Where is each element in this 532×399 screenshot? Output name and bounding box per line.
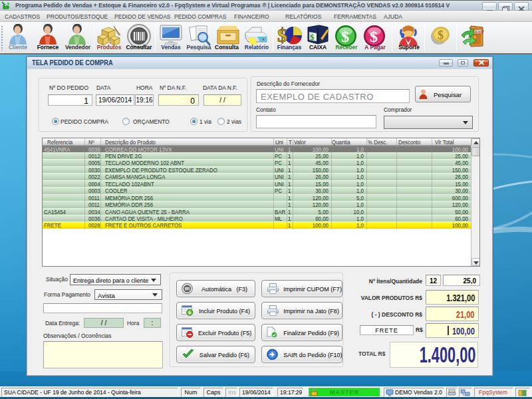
svg-text:$: $ [370,28,378,45]
svg-text:$: $ [277,24,287,46]
svg-text:EXIT: EXIT [475,30,485,34]
svg-text:$: $ [310,32,315,42]
svg-text:$: $ [341,28,349,45]
svg-text:$: $ [438,29,444,42]
